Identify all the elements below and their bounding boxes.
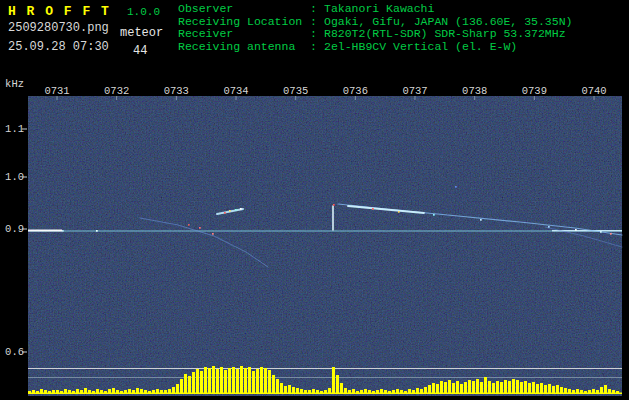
- station-info: Observer:Takanori Kawachi Receiving Loca…: [178, 3, 572, 53]
- noise-dots-layer: [28, 96, 622, 396]
- signal-strength-bar: [544, 385, 547, 393]
- signal-strength-bar: [64, 389, 67, 393]
- signal-strength-bar: [192, 372, 195, 393]
- signal-strength-bar: [200, 371, 203, 393]
- signal-strength-bar: [408, 389, 411, 393]
- signal-strength-bar: [348, 390, 351, 393]
- info-value: 2el-HB9CV Vertical (el. E-W): [324, 41, 517, 54]
- signal-strength-bar: [344, 388, 347, 393]
- signal-strength-bar: [72, 391, 75, 393]
- signal-strength-bar: [248, 367, 251, 393]
- info-separator: :: [310, 28, 324, 41]
- x-axis-label: 0738: [457, 85, 493, 97]
- signal-strength-bar: [296, 388, 299, 393]
- x-axis-label: 0739: [516, 85, 552, 97]
- signal-strength-bar: [208, 368, 211, 393]
- signal-strength-bar: [512, 379, 515, 393]
- y-axis-label: 0.6: [0, 346, 24, 358]
- signal-strength-bar: [524, 381, 527, 393]
- signal-strength-bar: [520, 382, 523, 393]
- signal-strength-bar: [428, 385, 431, 393]
- x-axis-label: 0735: [278, 85, 314, 97]
- signal-strength-bar: [244, 368, 247, 393]
- signal-strength-bar: [324, 390, 327, 393]
- signal-strength-bar: [612, 390, 615, 393]
- signal-strength-bar: [516, 380, 519, 393]
- signal-strength-bar: [148, 391, 151, 393]
- carrier-line: [28, 231, 622, 232]
- signal-strength-bar: [336, 375, 339, 393]
- signal-strength-bar: [88, 390, 91, 393]
- signal-strength-bar: [112, 388, 115, 393]
- bright-pixel: [240, 208, 242, 210]
- signal-strength-bar: [472, 381, 475, 393]
- signal-strength-bar: [320, 391, 323, 393]
- bright-pixel: [199, 227, 201, 229]
- signal-strength-bar: [372, 391, 375, 393]
- signal-strength-bar: [556, 385, 559, 393]
- timestamp: 25.09.28 07:30: [8, 40, 109, 54]
- signal-strength-bar: [608, 389, 611, 393]
- signal-strength-bar: [220, 367, 223, 393]
- signal-strength-bar: [584, 391, 587, 393]
- signal-strength-bar: [272, 375, 275, 393]
- signal-strength-bar: [560, 387, 563, 393]
- signal-strength-bar: [164, 390, 167, 393]
- signal-strength-bar: [120, 391, 123, 393]
- signal-strength-bar: [276, 379, 279, 393]
- signal-strength-bar: [68, 390, 71, 393]
- signal-strength-bar: [380, 389, 383, 393]
- signal-strength-bar: [564, 388, 567, 393]
- signal-strength-bar: [416, 388, 419, 393]
- signal-strength-bar: [464, 382, 467, 393]
- signal-strength-bar: [492, 383, 495, 393]
- bright-pixel: [548, 226, 550, 228]
- signal-strength-bar: [80, 390, 83, 393]
- signal-strength-bar: [480, 382, 483, 393]
- signal-strength-bar: [384, 390, 387, 393]
- signal-strength-bar: [440, 381, 443, 393]
- signal-strength-bar: [92, 391, 95, 393]
- bright-pixel: [575, 229, 577, 231]
- signal-strength-bar: [180, 379, 183, 393]
- bright-pixel: [235, 209, 237, 211]
- signal-strength-bar: [536, 384, 539, 393]
- signal-strength-bar: [36, 391, 39, 393]
- signal-strength-bar: [28, 391, 31, 393]
- signal-strength-bar: [364, 389, 367, 393]
- signal-strength-bar: [160, 390, 163, 393]
- signal-strength-bar: [328, 388, 331, 393]
- signal-strength-bar: [236, 369, 239, 393]
- x-axis-label: 0740: [576, 85, 612, 97]
- signal-strength-bar: [468, 380, 471, 393]
- signal-strength-bar: [452, 383, 455, 393]
- bright-pixel: [212, 233, 214, 235]
- signal-strength-bar: [240, 366, 243, 393]
- signal-strength-bar: [232, 367, 235, 393]
- signal-strength-bar: [396, 389, 399, 393]
- signal-strength-bar: [304, 390, 307, 393]
- signal-strength-bar: [196, 369, 199, 393]
- hrofft-output: 0731073207330734073507360737073807390740…: [0, 0, 629, 400]
- x-axis-label: 0734: [218, 85, 254, 97]
- signal-strength-bar: [116, 390, 119, 393]
- signal-strength-bar: [124, 390, 127, 393]
- signal-strength-bar: [144, 390, 147, 393]
- signal-strength-bar: [108, 389, 111, 393]
- bright-pixel: [610, 233, 612, 235]
- signal-strength-bar: [496, 381, 499, 393]
- signal-strength-bar: [312, 389, 315, 393]
- signal-strength-bar: [484, 377, 487, 393]
- y-axis-label: 1.1: [0, 123, 24, 135]
- signal-strength-bar: [352, 389, 355, 393]
- app-title: H R O F F T: [8, 4, 110, 19]
- signal-strength-bar: [168, 389, 171, 393]
- app-version: 1.0.0: [127, 6, 160, 18]
- signal-strength-bar: [572, 390, 575, 393]
- signal-strength-bar: [212, 366, 215, 393]
- signal-strength-bar: [420, 389, 423, 393]
- bright-pixel: [372, 208, 374, 210]
- signal-strength-bar: [596, 390, 599, 393]
- signal-strength-bar: [500, 382, 503, 393]
- signal-strength-bar: [264, 368, 267, 393]
